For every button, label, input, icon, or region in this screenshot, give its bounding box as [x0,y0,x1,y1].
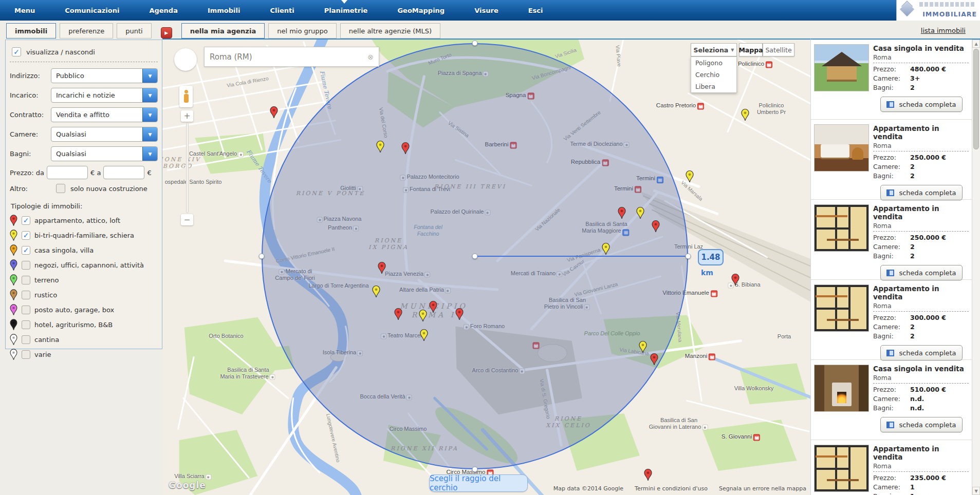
typology-checkbox[interactable] [22,335,30,344]
typology-checkbox[interactable]: ✓ [22,216,30,225]
seleziona-option-cerchio[interactable]: Cerchio [691,69,736,81]
property-pin[interactable] [372,285,380,300]
scheda-completa-button[interactable]: scheda completa [880,265,963,280]
chevron-down-icon[interactable]: ▼ [142,127,157,141]
camere-select[interactable]: Qualsiasi ▼ [51,127,158,142]
typology-checkbox[interactable]: ✓ [22,231,30,240]
scheda-completa-button[interactable]: scheda completa [880,97,963,112]
zoom-slider-track[interactable] [186,123,189,213]
property-pin[interactable] [602,243,610,258]
property-pin[interactable] [419,310,427,325]
lista-immobili-link[interactable]: lista immobili [921,27,975,34]
scheda-completa-button[interactable]: scheda completa [880,345,963,360]
listing-card[interactable]: Appartamento in vendita Roma Prezzo:300.… [811,280,972,360]
pan-up-icon[interactable] [183,51,188,56]
pan-left-icon[interactable] [177,57,182,62]
listings-scrollbar[interactable]: ▲ ▼ [972,40,980,495]
terms-link[interactable]: Termini e condizioni d'uso [635,485,708,492]
map-type-satellite-button[interactable]: Satellite [763,43,794,56]
property-pin[interactable] [270,106,278,121]
circle-handle-left[interactable] [259,254,265,259]
clear-search-icon[interactable]: ⊗ [367,53,374,61]
prezzo-da-input[interactable] [47,166,88,179]
chevron-down-icon[interactable]: ▼ [142,88,157,102]
property-pin[interactable] [639,341,647,356]
map-search-box[interactable]: Roma (RM) ⊗ [204,47,379,67]
listing-card[interactable]: Casa singola in vendita Roma Prezzo:480.… [811,40,972,120]
tab-punti[interactable]: punti [117,23,151,39]
nav-immobili[interactable]: Immobili [208,7,241,14]
nav-planimetrie[interactable]: Planimetrie [324,7,368,14]
scheda-completa-button[interactable]: scheda completa [880,185,963,200]
circle-handle-top[interactable] [472,41,478,46]
tab-nella-mia-agenzia[interactable]: nella mia agenzia [181,23,265,39]
seleziona-option-poligono[interactable]: Poligono [691,57,736,69]
typology-checkbox[interactable] [22,320,30,329]
property-pin[interactable] [394,308,402,323]
property-pin[interactable] [650,353,658,368]
tab-immobili[interactable]: immobili [6,23,56,39]
property-pin[interactable] [741,109,749,124]
nav-agenda[interactable]: Agenda [149,7,178,14]
contratto-select[interactable]: Vendita e affitto ▼ [51,107,158,122]
zoom-out-button[interactable]: − [181,214,193,225]
listing-card[interactable]: Appartamento in vendita Roma Prezzo:250.… [811,200,972,280]
listing-card[interactable]: Casa singola in vendita Roma Prezzo:510.… [811,360,972,440]
typology-checkbox[interactable] [22,306,30,314]
nav-geomapping[interactable]: GeoMapping [397,7,445,14]
chevron-down-icon[interactable]: ▼ [142,147,157,161]
zoom-in-button[interactable]: + [181,110,193,122]
typology-checkbox[interactable] [22,291,30,299]
property-pin[interactable] [378,262,386,277]
street-view-pegman[interactable] [179,86,193,107]
pan-down-icon[interactable] [183,63,188,68]
chevron-down-icon[interactable]: ▼ [142,69,157,83]
circle-handle-right[interactable] [686,254,691,259]
seleziona-option-libera[interactable]: Libera [691,81,736,92]
video-help-icon[interactable]: ▶ [161,27,172,39]
typology-checkbox[interactable]: ✓ [22,246,30,255]
scroll-down-icon[interactable]: ▼ [972,487,980,495]
nav-menu[interactable]: Menu [14,7,35,14]
nav-clienti[interactable]: Clienti [270,7,294,14]
property-pin[interactable] [429,301,437,316]
indirizzo-select[interactable]: Pubblico ▼ [51,68,158,83]
property-pin[interactable] [618,207,626,222]
typology-checkbox[interactable] [22,261,30,270]
tab-preferenze[interactable]: preferenze [60,23,113,39]
report-error-link[interactable]: Segnala un errore nella mappa [719,485,806,492]
incarico-select[interactable]: Incarichi e notizie ▼ [51,88,158,103]
choose-radius-button[interactable]: Scegli il raggio del cerchio [429,474,528,492]
property-pin[interactable] [686,170,694,185]
nav-esci[interactable]: Esci [528,7,543,14]
circle-handle-bottom[interactable] [472,467,478,472]
tab-nelle-altre-agenzie[interactable]: nelle altre agenzie (MLS) [340,23,440,39]
scroll-up-icon[interactable]: ▲ [972,40,980,48]
nav-visure[interactable]: Visure [474,7,498,14]
property-pin[interactable] [652,220,660,235]
circle-handle-center[interactable] [472,254,478,259]
seleziona-dropdown[interactable]: Seleziona▼ [691,43,737,56]
bagni-select[interactable]: Qualsiasi ▼ [51,146,158,161]
property-pin[interactable] [420,329,428,344]
scrollbar-thumb[interactable] [973,49,979,149]
property-pin[interactable] [644,469,652,484]
map-type-mappa-button[interactable]: Mappa [739,43,763,56]
property-pin[interactable] [636,207,644,222]
pan-control[interactable] [174,48,197,71]
scheda-completa-button[interactable]: scheda completa [880,417,963,432]
property-pin[interactable] [376,141,384,156]
property-pin[interactable] [731,274,739,289]
listing-card[interactable]: Appartamento in vendita Roma Prezzo:235.… [811,440,972,495]
typology-checkbox[interactable] [22,276,30,284]
property-pin[interactable] [401,142,410,157]
property-pin[interactable] [455,308,464,323]
nav-comunicazioni[interactable]: Comunicazioni [65,7,119,14]
prezzo-a-input[interactable] [103,166,144,179]
listing-card[interactable]: Appartamento in vendita Roma Prezzo:250.… [811,120,972,200]
map-canvas[interactable]: SpagnaMPiazza di SpagnaMuro TortoVia Col… [162,39,810,495]
visualizza-nascondi-checkbox[interactable]: ✓ [12,47,21,56]
pan-right-icon[interactable] [189,57,194,62]
typology-checkbox[interactable] [22,350,30,359]
nuova-costruzione-checkbox[interactable] [56,184,65,193]
